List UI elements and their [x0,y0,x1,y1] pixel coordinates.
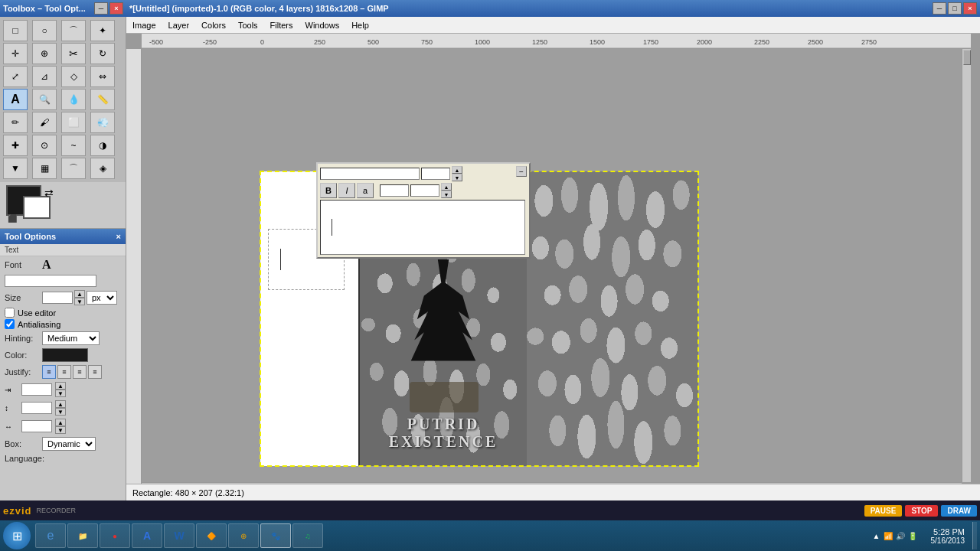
line-spacing-up-btn[interactable]: ▲ [55,400,66,408]
ezvid-stop-btn[interactable]: STOP [905,505,938,517]
dialog-text-area[interactable] [320,200,525,255]
shear-tool[interactable]: ⊿ [32,66,57,87]
dialog-size-up-btn[interactable]: ▲ [452,166,462,174]
eraser-tool[interactable]: ⬜ [61,112,86,133]
ezvid-draw-btn[interactable]: DRAW [941,505,977,517]
taskbar-app3-btn[interactable]: ● [100,523,130,548]
dialog-font-name-input[interactable]: Heavy Heap [320,168,420,180]
taskbar-spotify-btn[interactable]: ♫ [292,523,323,548]
dialog-size-down-btn[interactable]: ▼ [452,174,462,181]
indent-down-btn[interactable]: ▼ [55,390,66,397]
magnify-tool[interactable]: 🔍 [32,89,57,110]
text-tool[interactable]: A [3,89,28,110]
indent-up-btn[interactable]: ▲ [55,382,66,390]
taskbar-ie-btn[interactable]: e [35,523,66,548]
menu-filters[interactable]: Filters [264,19,299,31]
smudge-tool[interactable]: ~ [61,135,86,156]
justify-full-btn[interactable]: ≡ [88,365,102,379]
path-tool[interactable]: ⌒ [61,158,86,179]
size-down-btn[interactable]: ▼ [74,298,85,305]
heal-tool[interactable]: ✚ [3,135,28,156]
measure-tool[interactable]: 📏 [90,89,115,110]
rotate-tool[interactable]: ↻ [90,43,115,64]
start-orb[interactable]: ⊞ [3,522,31,549]
menu-help[interactable]: Help [345,19,375,31]
font-bold-btn[interactable]: B [320,183,337,198]
dodge-burn-tool[interactable]: ◑ [90,135,115,156]
taskbar-app4-btn[interactable]: A [132,523,162,548]
size-unit-select[interactable]: px pt [87,291,117,305]
free-select-tool[interactable]: ⌒ [61,20,86,41]
menu-image[interactable]: Image [126,19,162,31]
main-max-btn[interactable]: □ [948,2,962,15]
justify-right-btn[interactable]: ≡ [73,365,87,379]
letter-spacing-down-btn[interactable]: ▼ [55,426,66,434]
taskbar-clock[interactable]: 5:28 PM 5/16/2013 [925,527,972,545]
move-tool[interactable]: ✛ [3,43,28,64]
show-desktop-btn[interactable] [972,522,977,549]
blend-tool[interactable]: ▦ [32,158,57,179]
main-min-btn[interactable]: ─ [933,2,946,15]
indent-input[interactable]: 0.0 [21,383,52,396]
paintbrush-tool[interactable]: 🖌 [32,112,57,133]
taskbar-explorer-btn[interactable]: 📁 [67,523,98,548]
line-spacing-input[interactable]: 0.0 [21,402,52,414]
box-select[interactable]: Dynamic Fixed [42,437,96,451]
pencil-tool[interactable]: ✏ [3,112,28,133]
font-name-input[interactable]: Heavy Heap [5,275,96,287]
menu-colors[interactable]: Colors [195,19,232,31]
use-editor-checkbox[interactable] [5,308,15,318]
dialog-font-size-input[interactable]: 18 [421,168,450,180]
hinting-select[interactable]: Medium None Slight Full [42,331,100,345]
scrollbar-right[interactable] [962,49,971,482]
size-input[interactable]: 18 [42,292,73,304]
line-spacing-down-btn[interactable]: ▼ [55,408,66,416]
crop-tool[interactable]: ✂ [61,43,86,64]
dialog-collapse-btn[interactable]: − [516,166,527,177]
background-color-swatch[interactable] [23,196,51,219]
justify-left-btn[interactable]: ≡ [42,365,56,379]
canvas-viewport[interactable]: PUTRID EXISTENCE Heavy Heap 18 [142,49,971,491]
letter-spacing-input[interactable]: 0.0 [21,420,52,432]
letter-spacing-up-btn[interactable]: ▲ [55,419,66,426]
perspective-tool[interactable]: ◇ [61,66,86,87]
dialog-offset-down-btn[interactable]: ▼ [441,191,452,198]
dialog-offset-y-input[interactable]: 0.0 [410,184,439,197]
text-color-preview[interactable] [42,348,88,362]
dialog-offset-x-input[interactable]: 0.0 [380,184,409,197]
rect-select-tool[interactable]: □ [3,20,28,41]
align-tool[interactable]: ⊕ [32,43,57,64]
antialiasing-checkbox[interactable] [5,319,15,329]
taskbar-gimp-btn[interactable]: 🐾 [260,523,291,548]
reset-colors-btn[interactable]: ⬛ [8,214,17,223]
swap-colors-btn[interactable]: ⇄ [44,187,54,199]
airbrush-tool[interactable]: 💨 [90,112,115,133]
bucket-fill-tool[interactable]: ▼ [3,158,28,179]
toolbox-close-btn[interactable]: × [109,2,123,15]
tool-options-close-btn[interactable]: × [116,232,121,241]
chrome-icon: ⊕ [240,532,247,540]
clone-tool[interactable]: ⊙ [32,135,57,156]
fuzzy-select-tool[interactable]: ✦ [90,20,115,41]
font-italic-btn[interactable]: I [338,183,355,198]
scale-tool[interactable]: ⤢ [3,66,28,87]
size-up-btn[interactable]: ▲ [74,290,85,298]
toolbox-min-btn[interactable]: ─ [94,2,108,15]
color-picker-tool[interactable]: 💧 [61,89,86,110]
scrollbar-right-thumb[interactable] [963,50,971,65]
menu-tools[interactable]: Tools [232,19,264,31]
main-close-btn[interactable]: × [963,2,977,15]
ellipse-select-tool[interactable]: ○ [32,20,57,41]
color-balance-tool[interactable]: ◈ [90,158,115,179]
flip-tool[interactable]: ⇔ [90,66,115,87]
font-clear-btn[interactable]: a [357,183,374,198]
ezvid-pause-btn[interactable]: PAUSE [864,505,903,517]
tray-up-arrow[interactable]: ▲ [873,532,880,540]
taskbar-app5-btn[interactable]: W [164,523,194,548]
menu-windows[interactable]: Windows [299,19,346,31]
taskbar-chrome-btn[interactable]: ⊕ [228,523,259,548]
taskbar-app6-btn[interactable]: 🔶 [196,523,227,548]
dialog-offset-up-btn[interactable]: ▲ [441,183,452,191]
menu-layer[interactable]: Layer [162,19,196,31]
justify-center-btn[interactable]: ≡ [57,365,71,379]
